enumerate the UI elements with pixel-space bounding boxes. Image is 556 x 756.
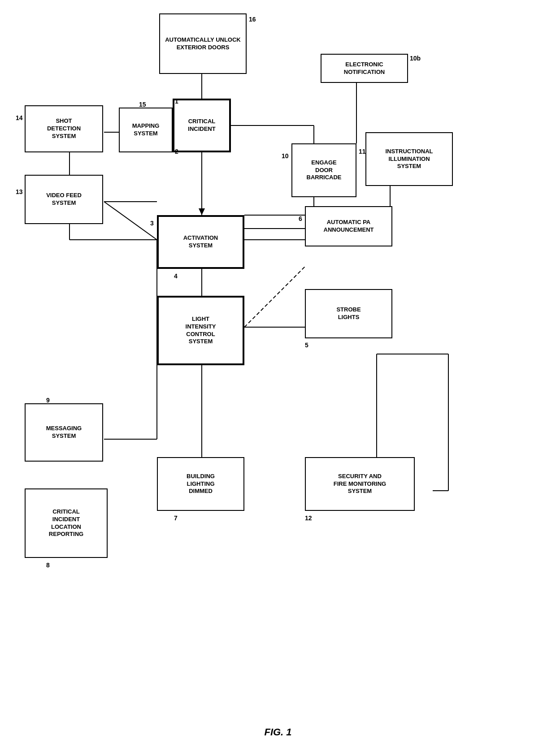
figure-label: FIG. 1 xyxy=(0,726,556,738)
num-7: 7 xyxy=(174,514,178,522)
critical-incident-box: CRITICALINCIDENT xyxy=(173,99,231,152)
num-10: 10 xyxy=(282,152,289,160)
strobe-lights-box: STROBELIGHTS xyxy=(305,289,392,338)
light-intensity-box: LIGHTINTENSITYCONTROLSYSTEM xyxy=(157,296,244,365)
engage-door-box: ENGAGEDOORBARRICADE xyxy=(291,143,356,197)
num-2: 2 xyxy=(175,148,178,155)
building-lighting-box: BUILDINGLIGHTINGDIMMED xyxy=(157,457,244,511)
num-3: 3 xyxy=(150,220,154,227)
num-13: 13 xyxy=(16,188,23,195)
num-1: 1 xyxy=(175,98,178,105)
num-4: 4 xyxy=(174,272,178,280)
num-10b: 10b xyxy=(410,55,421,62)
automatic-pa-box: AUTOMATIC PAANNOUNCEMENT xyxy=(305,206,392,246)
svg-line-11 xyxy=(104,202,157,240)
electronic-notification-box: ELECTRONIC NOTIFICATION xyxy=(321,54,408,83)
num-9: 9 xyxy=(46,397,50,404)
security-fire-box: SECURITY ANDFIRE MONITORINGSYSTEM xyxy=(305,457,415,511)
diagram: AUTOMATICALLY UNLOCK EXTERIOR DOORS 16 E… xyxy=(0,0,556,756)
num-12: 12 xyxy=(305,514,312,522)
activation-system-box: ACTIVATIONSYSTEM xyxy=(157,215,244,269)
num-11: 11 xyxy=(359,148,366,155)
shot-detection-box: SHOTDETECTIONSYSTEM xyxy=(25,105,103,152)
num-15: 15 xyxy=(139,101,146,108)
num-14: 14 xyxy=(16,114,23,121)
svg-line-19 xyxy=(244,267,305,327)
automatically-unlock-box: AUTOMATICALLY UNLOCK EXTERIOR DOORS xyxy=(159,13,247,74)
num-6: 6 xyxy=(299,215,302,222)
num-16: 16 xyxy=(249,16,256,23)
num-5: 5 xyxy=(305,341,308,349)
critical-incident-location-box: CRITICALINCIDENTLOCATIONREPORTING xyxy=(25,488,108,558)
num-8: 8 xyxy=(46,562,50,569)
svg-marker-3 xyxy=(199,208,205,215)
instructional-illumination-box: INSTRUCTIONALILLUMINATIONSYSTEM xyxy=(365,132,453,186)
video-feed-box: VIDEO FEEDSYSTEM xyxy=(25,175,103,224)
mapping-system-box: MAPPINGSYSTEM xyxy=(119,108,173,152)
messaging-system-box: MESSAGINGSYSTEM xyxy=(25,403,103,462)
